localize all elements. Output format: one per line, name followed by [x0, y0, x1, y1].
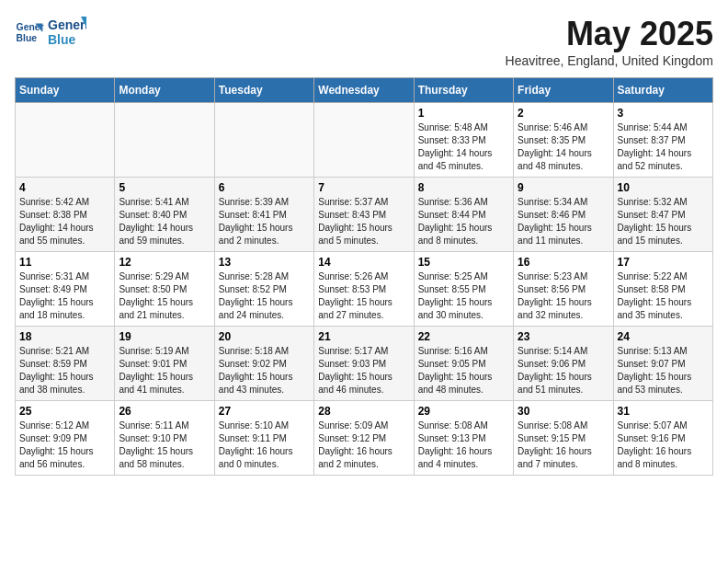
calendar-cell [115, 103, 214, 178]
day-number: 4 [19, 181, 110, 194]
calendar-cell: 21Sunrise: 5:17 AMSunset: 9:03 PMDayligh… [314, 327, 414, 401]
day-number: 23 [518, 330, 609, 343]
day-info: Sunrise: 5:19 AMSunset: 9:01 PMDaylight:… [119, 345, 210, 396]
calendar-cell: 25Sunrise: 5:12 AMSunset: 9:09 PMDayligh… [16, 401, 115, 476]
logo-icon: General Blue [15, 17, 44, 47]
calendar-cell: 26Sunrise: 5:11 AMSunset: 9:10 PMDayligh… [115, 401, 214, 476]
day-number: 11 [19, 256, 110, 269]
day-info: Sunrise: 5:09 AMSunset: 9:12 PMDaylight:… [318, 419, 409, 471]
calendar-cell: 3Sunrise: 5:44 AMSunset: 8:37 PMDaylight… [613, 103, 712, 178]
day-number: 12 [119, 256, 210, 269]
day-number: 24 [618, 330, 709, 343]
day-number: 1 [418, 107, 509, 120]
calendar-cell: 14Sunrise: 5:26 AMSunset: 8:53 PMDayligh… [314, 252, 414, 327]
day-info: Sunrise: 5:14 AMSunset: 9:06 PMDaylight:… [518, 345, 609, 396]
day-number: 7 [318, 181, 409, 194]
day-info: Sunrise: 5:12 AMSunset: 9:09 PMDaylight:… [19, 419, 110, 471]
day-number: 17 [618, 256, 709, 269]
logo: General Blue General Blue [15, 15, 86, 50]
day-number: 30 [518, 405, 609, 418]
day-number: 31 [618, 405, 709, 418]
day-number: 28 [318, 405, 409, 418]
calendar-cell [16, 103, 115, 178]
day-number: 19 [119, 330, 210, 343]
calendar-cell: 30Sunrise: 5:08 AMSunset: 9:15 PMDayligh… [514, 401, 613, 476]
week-row-1: 1Sunrise: 5:48 AMSunset: 8:33 PMDaylight… [16, 103, 713, 178]
day-info: Sunrise: 5:32 AMSunset: 8:47 PMDaylight:… [618, 196, 709, 247]
day-info: Sunrise: 5:48 AMSunset: 8:33 PMDaylight:… [418, 121, 509, 173]
calendar-cell: 2Sunrise: 5:46 AMSunset: 8:35 PMDaylight… [514, 103, 613, 178]
day-number: 2 [518, 107, 609, 120]
day-info: Sunrise: 5:18 AMSunset: 9:02 PMDaylight:… [219, 345, 310, 396]
page-header: General Blue General Blue May 2025 Heavi… [15, 15, 713, 68]
month-title: May 2025 [506, 15, 713, 53]
day-info: Sunrise: 5:16 AMSunset: 9:05 PMDaylight:… [418, 345, 509, 396]
calendar-cell: 1Sunrise: 5:48 AMSunset: 8:33 PMDaylight… [414, 103, 513, 178]
header-sunday: Sunday [16, 78, 115, 103]
day-info: Sunrise: 5:22 AMSunset: 8:58 PMDaylight:… [618, 270, 709, 322]
day-info: Sunrise: 5:29 AMSunset: 8:50 PMDaylight:… [119, 270, 210, 322]
svg-text:Blue: Blue [48, 32, 76, 47]
day-number: 10 [618, 181, 709, 194]
calendar-cell: 5Sunrise: 5:41 AMSunset: 8:40 PMDaylight… [115, 178, 214, 252]
day-number: 15 [418, 256, 509, 269]
header-saturday: Saturday [613, 78, 712, 103]
day-info: Sunrise: 5:31 AMSunset: 8:49 PMDaylight:… [19, 270, 110, 322]
calendar-cell: 11Sunrise: 5:31 AMSunset: 8:49 PMDayligh… [16, 252, 115, 327]
calendar-cell: 17Sunrise: 5:22 AMSunset: 8:58 PMDayligh… [613, 252, 712, 327]
day-info: Sunrise: 5:41 AMSunset: 8:40 PMDaylight:… [119, 196, 210, 247]
day-number: 18 [19, 330, 110, 343]
day-number: 27 [219, 405, 310, 418]
title-block: May 2025 Heavitree, England, United King… [506, 15, 713, 68]
calendar-cell: 16Sunrise: 5:23 AMSunset: 8:56 PMDayligh… [514, 252, 613, 327]
day-info: Sunrise: 5:25 AMSunset: 8:55 PMDaylight:… [418, 270, 509, 322]
day-number: 29 [418, 405, 509, 418]
day-number: 20 [219, 330, 310, 343]
calendar-cell [214, 103, 313, 178]
day-number: 6 [219, 181, 310, 194]
day-number: 25 [19, 405, 110, 418]
day-number: 5 [119, 181, 210, 194]
day-info: Sunrise: 5:08 AMSunset: 9:15 PMDaylight:… [518, 419, 609, 471]
week-row-5: 25Sunrise: 5:12 AMSunset: 9:09 PMDayligh… [16, 401, 713, 476]
day-info: Sunrise: 5:13 AMSunset: 9:07 PMDaylight:… [618, 345, 709, 396]
calendar-cell: 9Sunrise: 5:34 AMSunset: 8:46 PMDaylight… [514, 178, 613, 252]
calendar-cell: 23Sunrise: 5:14 AMSunset: 9:06 PMDayligh… [514, 327, 613, 401]
svg-text:Blue: Blue [17, 33, 38, 43]
calendar-cell: 27Sunrise: 5:10 AMSunset: 9:11 PMDayligh… [214, 401, 313, 476]
calendar-cell: 10Sunrise: 5:32 AMSunset: 8:47 PMDayligh… [613, 178, 712, 252]
day-info: Sunrise: 5:11 AMSunset: 9:10 PMDaylight:… [119, 419, 210, 471]
day-info: Sunrise: 5:10 AMSunset: 9:11 PMDaylight:… [219, 419, 310, 471]
header-friday: Friday [514, 78, 613, 103]
day-info: Sunrise: 5:07 AMSunset: 9:16 PMDaylight:… [618, 419, 709, 471]
day-info: Sunrise: 5:08 AMSunset: 9:13 PMDaylight:… [418, 419, 509, 471]
header-tuesday: Tuesday [214, 78, 313, 103]
day-info: Sunrise: 5:23 AMSunset: 8:56 PMDaylight:… [518, 270, 609, 322]
day-info: Sunrise: 5:44 AMSunset: 8:37 PMDaylight:… [618, 121, 709, 173]
header-wednesday: Wednesday [314, 78, 414, 103]
day-number: 26 [119, 405, 210, 418]
calendar-cell: 28Sunrise: 5:09 AMSunset: 9:12 PMDayligh… [314, 401, 414, 476]
day-info: Sunrise: 5:37 AMSunset: 8:43 PMDaylight:… [318, 196, 409, 247]
day-number: 13 [219, 256, 310, 269]
day-info: Sunrise: 5:34 AMSunset: 8:46 PMDaylight:… [518, 196, 609, 247]
calendar-cell: 20Sunrise: 5:18 AMSunset: 9:02 PMDayligh… [214, 327, 313, 401]
day-info: Sunrise: 5:28 AMSunset: 8:52 PMDaylight:… [219, 270, 310, 322]
calendar-cell: 31Sunrise: 5:07 AMSunset: 9:16 PMDayligh… [613, 401, 712, 476]
calendar-cell: 8Sunrise: 5:36 AMSunset: 8:44 PMDaylight… [414, 178, 513, 252]
day-info: Sunrise: 5:39 AMSunset: 8:41 PMDaylight:… [219, 196, 310, 247]
calendar-cell: 29Sunrise: 5:08 AMSunset: 9:13 PMDayligh… [414, 401, 513, 476]
calendar-cell: 19Sunrise: 5:19 AMSunset: 9:01 PMDayligh… [115, 327, 214, 401]
calendar-cell: 7Sunrise: 5:37 AMSunset: 8:43 PMDaylight… [314, 178, 414, 252]
calendar-cell [314, 103, 414, 178]
week-row-2: 4Sunrise: 5:42 AMSunset: 8:38 PMDaylight… [16, 178, 713, 252]
day-info: Sunrise: 5:21 AMSunset: 8:59 PMDaylight:… [19, 345, 110, 396]
day-number: 3 [618, 107, 709, 120]
calendar-cell: 15Sunrise: 5:25 AMSunset: 8:55 PMDayligh… [414, 252, 513, 327]
header-thursday: Thursday [414, 78, 513, 103]
location: Heavitree, England, United Kingdom [506, 53, 713, 68]
week-row-3: 11Sunrise: 5:31 AMSunset: 8:49 PMDayligh… [16, 252, 713, 327]
day-info: Sunrise: 5:36 AMSunset: 8:44 PMDaylight:… [418, 196, 509, 247]
day-info: Sunrise: 5:17 AMSunset: 9:03 PMDaylight:… [318, 345, 409, 396]
calendar-cell: 24Sunrise: 5:13 AMSunset: 9:07 PMDayligh… [613, 327, 712, 401]
